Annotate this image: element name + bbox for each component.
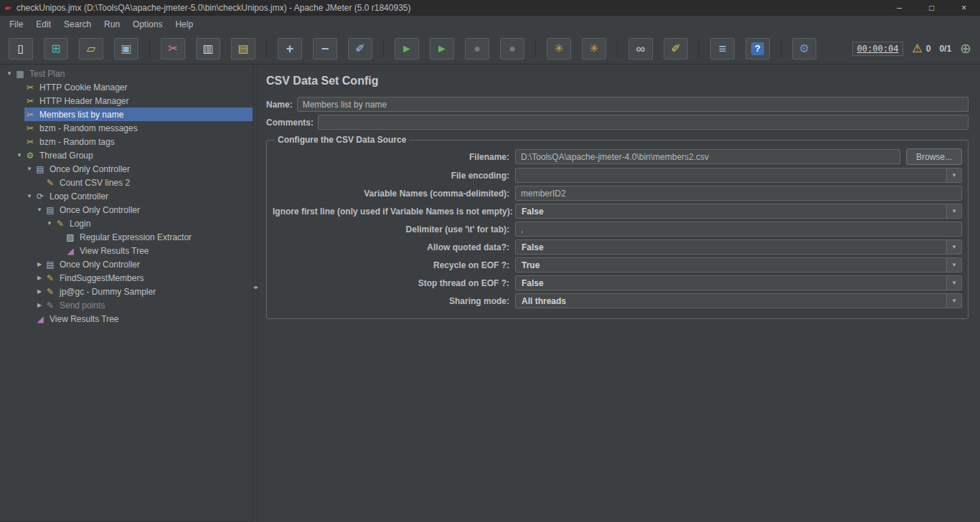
paste-icon: ▤	[237, 43, 248, 54]
chevron-down-icon[interactable]: ▼	[946, 204, 961, 218]
config-element-icon: ✂	[24, 82, 36, 92]
minimize-button[interactable]: –	[883, 0, 915, 16]
sampler-icon: ✎	[44, 300, 56, 310]
tree-node-thread-group[interactable]: ▼⚙Thread Group	[0, 148, 253, 162]
help-button[interactable]: ?	[745, 38, 770, 60]
expand-all-button[interactable]: +	[278, 38, 302, 60]
toolbar-separator	[535, 39, 536, 58]
tree-node-loop-controller[interactable]: ▼⟳Loop Controller	[0, 189, 253, 203]
tree-node-bzm-random-tags[interactable]: ✂bzm - Random tags	[0, 135, 253, 148]
menu-edit[interactable]: Edit	[29, 17, 57, 32]
open-file-button[interactable]: ▱	[79, 38, 103, 60]
start-no-timers-button[interactable]: ►	[430, 38, 454, 60]
stop-thread-on-eof-select[interactable]: False▼	[515, 275, 962, 290]
shutdown-icon: ●	[509, 43, 516, 54]
browse-button[interactable]: Browse...	[906, 148, 962, 165]
tree-node-send-points[interactable]: ▶✎Send points	[0, 298, 253, 312]
remote-gear-button[interactable]: ⚙	[792, 38, 816, 60]
tree-node-view-results-tree[interactable]: ◢View Results Tree	[0, 312, 253, 326]
chevron-down-icon[interactable]: ▼	[946, 294, 961, 308]
tree-node-findsuggestmembers[interactable]: ▶✎FindSuggestMembers	[0, 271, 253, 285]
filename-input[interactable]: D:\ToolsQA\apache-jmeter-4.0\bin\members…	[515, 149, 900, 164]
tree-node-view-results-tree[interactable]: ◢View Results Tree	[0, 244, 253, 257]
collapse-icon[interactable]: ▼	[4, 70, 14, 77]
tree-node-regular-expression-extractor[interactable]: ▨Regular Expression Extractor	[0, 230, 253, 244]
toggle-button[interactable]: ✐	[348, 38, 372, 60]
collapse-icon[interactable]: ▼	[44, 220, 55, 227]
tree-node-once-only-controller[interactable]: ▼▤Once Only Controller	[0, 203, 253, 217]
stop-thread-on-eof-label: Stop thread on EOF ?:	[273, 278, 509, 288]
config-element-icon: ✂	[24, 96, 36, 106]
expand-icon[interactable]: ▶	[34, 302, 44, 308]
menu-run[interactable]: Run	[98, 17, 126, 32]
tree-node-jp-gc-dummy-sampler[interactable]: ▶✎jp@gc - Dummy Sampler	[0, 285, 253, 298]
maximize-button[interactable]: □	[915, 0, 948, 16]
log-warning-indicator[interactable]: ⚠ 0	[912, 42, 930, 55]
expand-icon[interactable]: ▶	[34, 261, 44, 267]
menu-options[interactable]: Options	[126, 17, 169, 32]
save-button[interactable]: ▣	[114, 38, 138, 60]
tree-node-label: Loop Controller	[50, 191, 108, 201]
templates-button[interactable]: ⊞	[44, 38, 68, 60]
tree-node-http-cookie-manager[interactable]: ✂HTTP Cookie Manager	[0, 80, 253, 94]
chevron-down-icon[interactable]: ▼	[946, 240, 961, 254]
function-helper-button[interactable]: ≡	[710, 38, 735, 60]
file-encoding-label: File encoding:	[273, 171, 509, 181]
tree-node-label: Send points	[60, 300, 105, 310]
tree-node-http-header-manager[interactable]: ✂HTTP Header Manager	[0, 94, 253, 108]
menu-help[interactable]: Help	[169, 17, 199, 32]
recycle-on-eof-select[interactable]: True▼	[515, 257, 962, 272]
expand-icon[interactable]: ▶	[34, 288, 44, 295]
cut-button[interactable]: ✂	[161, 38, 185, 60]
sharing-mode-select[interactable]: All threads▼	[515, 293, 962, 308]
menu-search[interactable]: Search	[57, 17, 98, 32]
allow-quoted-data-row: Allow quoted data?:False▼	[273, 239, 962, 255]
toolbar-separator	[149, 39, 150, 58]
delimiter-input[interactable]: ,	[515, 222, 962, 237]
collapse-all-button[interactable]: −	[313, 38, 337, 60]
start-button[interactable]: ►	[395, 38, 419, 60]
tree-node-bzm-random-messages[interactable]: ✂bzm - Random messages	[0, 121, 253, 135]
tree-node-once-only-controller[interactable]: ▶▤Once Only Controller	[0, 257, 253, 271]
stop-button[interactable]: ●	[465, 38, 489, 60]
expand-icon[interactable]: ▶	[34, 275, 44, 281]
splitter-grip-icon[interactable]: ◂▸	[253, 284, 258, 290]
file-encoding-select[interactable]: ▼	[515, 168, 962, 183]
name-input[interactable]: Members list by name	[297, 97, 969, 112]
ignore-first-line-label: Ignore first line (only used if Variable…	[273, 207, 509, 217]
paste-button[interactable]: ▤	[231, 38, 255, 60]
panel-splitter[interactable]: ◂▸	[253, 65, 258, 522]
collapse-icon[interactable]: ▼	[24, 166, 34, 172]
menu-file[interactable]: File	[3, 17, 29, 32]
globe-icon: ⊕	[960, 40, 971, 57]
tree-node-members-list-by-name[interactable]: ✂Members list by name	[0, 108, 253, 121]
search-reset-button[interactable]: ✐	[664, 38, 688, 60]
chevron-down-icon[interactable]: ▼	[946, 276, 961, 290]
config-element-icon: ✂	[24, 123, 36, 133]
collapse-icon[interactable]: ▼	[14, 152, 24, 158]
allow-quoted-data-select[interactable]: False▼	[515, 239, 962, 255]
ignore-first-line-select[interactable]: False▼	[515, 204, 962, 219]
stop-thread-on-eof-value: False	[516, 278, 946, 288]
copy-button[interactable]: ▥	[196, 38, 220, 60]
search-button[interactable]: ∞	[628, 38, 653, 60]
comments-input[interactable]	[318, 115, 969, 130]
clear-all-button[interactable]: ✳	[582, 38, 606, 60]
new-file-button[interactable]: ▯	[9, 38, 33, 60]
chevron-down-icon[interactable]: ▼	[946, 169, 961, 182]
tree-node-test-plan[interactable]: ▼▦Test Plan	[0, 67, 253, 80]
sharing-mode-value: All threads	[516, 296, 946, 306]
tree-node-login[interactable]: ▼✎Login	[0, 217, 253, 230]
tree-node-count-csv-lines-2[interactable]: ✎Count CSV lines 2	[0, 176, 253, 189]
shutdown-button[interactable]: ●	[500, 38, 524, 60]
chevron-down-icon[interactable]: ▼	[946, 258, 961, 272]
clear-button[interactable]: ✳	[547, 38, 571, 60]
collapse-icon[interactable]: ▼	[24, 193, 34, 199]
collapse-icon[interactable]: ▼	[34, 207, 44, 213]
variable-names-input[interactable]: memberID2	[515, 186, 962, 201]
tree-node-once-only-controller[interactable]: ▼▤Once Only Controller	[0, 162, 253, 176]
close-button[interactable]: ×	[948, 0, 980, 16]
csv-data-set-icon: ✂	[24, 110, 36, 120]
toolbar-separator	[383, 39, 384, 58]
templates-icon: ⊞	[51, 43, 60, 54]
